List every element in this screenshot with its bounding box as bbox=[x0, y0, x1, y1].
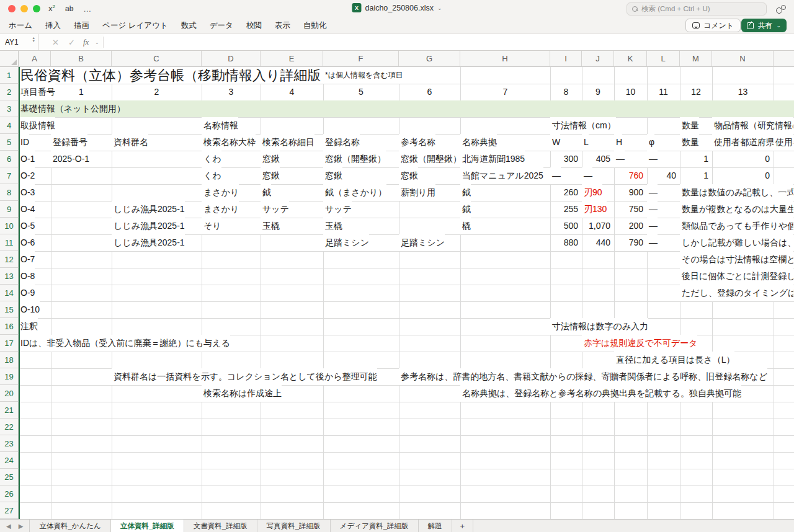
cell-I4[interactable]: 寸法情報（cm） bbox=[550, 117, 616, 134]
document-title[interactable]: X daicho_250806.xlsx ⌄ bbox=[352, 3, 442, 12]
cell-D20[interactable]: 検索名称は作成途上 bbox=[202, 385, 282, 402]
cell-A5[interactable]: ID bbox=[19, 134, 29, 151]
cell-A16[interactable]: 注釈 bbox=[19, 318, 38, 335]
cell-M14[interactable]: ただし、登録のタイミングは館の bbox=[680, 285, 793, 301]
formula-bar-chevron-icon[interactable]: ⌄ bbox=[95, 34, 99, 50]
cell-C5[interactable]: 資料群名 bbox=[112, 134, 148, 151]
cell-J11[interactable]: 440 bbox=[583, 234, 610, 251]
cell-A3[interactable]: 基礎情報（ネット公開用） bbox=[19, 100, 125, 117]
sheet-tab-写真資料_詳細版[interactable]: 写真資料_詳細版 bbox=[257, 520, 331, 532]
cell-C11[interactable]: しじみ漁具2025-1 bbox=[112, 234, 185, 251]
cell-H10[interactable]: 橇 bbox=[460, 218, 471, 234]
superscript-icon[interactable]: x2 bbox=[48, 4, 55, 13]
ribbon-tab-データ[interactable]: データ bbox=[210, 20, 233, 31]
grid-corner[interactable] bbox=[0, 51, 19, 67]
cell-F7[interactable]: 窓鍬 bbox=[323, 167, 342, 184]
name-box-stepper[interactable]: ▲▼ bbox=[32, 37, 35, 42]
row-header-26[interactable]: 26 bbox=[0, 485, 19, 502]
sheet-tab-解題[interactable]: 解題 bbox=[419, 520, 452, 532]
cell-I11[interactable]: 880 bbox=[551, 234, 578, 251]
cell-F11[interactable]: 足踏ミシン bbox=[323, 234, 369, 251]
cell-F6[interactable]: 窓鍬（開墾鍬） bbox=[323, 151, 386, 167]
cell-N6[interactable]: 0 bbox=[713, 151, 770, 167]
cell-F10[interactable]: 玉橇 bbox=[323, 218, 342, 234]
cell-H20[interactable]: 名称典拠は、登録名称と参考名称の典拠出典を記載する。独自典拠可能 bbox=[460, 385, 741, 402]
row-header-11[interactable]: 11 bbox=[0, 234, 19, 251]
col-header-D[interactable]: D bbox=[202, 51, 261, 67]
cell-A13[interactable]: O-8 bbox=[19, 268, 35, 285]
row-header-14[interactable]: 14 bbox=[0, 285, 19, 301]
cell-F1[interactable]: *は個人情報を含む項目 bbox=[323, 67, 403, 84]
cell-D5[interactable]: 検索名称大枠 bbox=[202, 134, 256, 151]
cell-H5[interactable]: 名称典拠 bbox=[460, 134, 497, 151]
col-header-E[interactable]: E bbox=[261, 51, 323, 67]
cell-L2[interactable]: 11 bbox=[647, 84, 680, 100]
cell-E8[interactable]: 鉞 bbox=[261, 184, 271, 201]
cell-J17[interactable]: 赤字は規則違反で不可データ bbox=[582, 335, 697, 352]
cell-M6[interactable]: 1 bbox=[681, 151, 708, 167]
col-header-N[interactable]: N bbox=[712, 51, 774, 67]
cell-M12[interactable]: その場合は寸法情報は空欄とし確 bbox=[680, 251, 793, 268]
col-header-M[interactable]: M bbox=[680, 51, 712, 67]
cell-J9[interactable]: 刃130 bbox=[582, 201, 607, 218]
cell-C10[interactable]: しじみ漁具2025-1 bbox=[112, 218, 185, 234]
row-header-21[interactable]: 21 bbox=[0, 402, 19, 419]
col-header-I[interactable]: I bbox=[550, 51, 582, 67]
cell-B5[interactable]: 登録番号 bbox=[51, 134, 87, 151]
cell-A15[interactable]: O-10 bbox=[19, 301, 40, 318]
cell-I8[interactable]: 260 bbox=[551, 184, 578, 201]
insert-function-icon[interactable]: fx bbox=[83, 34, 89, 50]
col-header-J[interactable]: J bbox=[582, 51, 614, 67]
col-header-K[interactable]: K bbox=[614, 51, 647, 67]
cell-F8[interactable]: 鉞（まさかり） bbox=[323, 184, 386, 201]
cell-M4[interactable]: 数量 bbox=[680, 117, 699, 134]
cell-N4[interactable]: 物品情報（研究情報の bbox=[712, 117, 793, 134]
row-header-6[interactable]: 6 bbox=[0, 151, 19, 167]
formula-input[interactable] bbox=[104, 34, 794, 50]
row-header-23[interactable]: 23 bbox=[0, 435, 19, 452]
cell-A9[interactable]: O-4 bbox=[19, 201, 35, 218]
row-header-10[interactable]: 10 bbox=[0, 218, 19, 234]
search-input[interactable]: 検索 (Cmd + Ctrl + U) bbox=[627, 2, 767, 16]
cell-F2[interactable]: 5 bbox=[323, 84, 399, 100]
cell-A6[interactable]: O-1 bbox=[19, 151, 35, 167]
ribbon-tab-校閲[interactable]: 校閲 bbox=[246, 20, 262, 31]
cell-J5[interactable]: L bbox=[582, 134, 589, 151]
sheet-tab-立体資料_かんたん[interactable]: 立体資料_かんたん bbox=[29, 520, 110, 532]
cell-E10[interactable]: 玉橇 bbox=[261, 218, 280, 234]
col-header-F[interactable]: F bbox=[323, 51, 399, 67]
cell-I9[interactable]: 255 bbox=[551, 201, 578, 218]
cell-I7[interactable]: — bbox=[550, 167, 561, 184]
cell-M7[interactable]: 1 bbox=[681, 167, 708, 184]
cell-A1[interactable]: 民俗資料（立体）参考台帳（移動情報入り詳細版 bbox=[19, 67, 323, 84]
row-header-4[interactable]: 4 bbox=[0, 117, 19, 134]
cell-N2[interactable]: 13 bbox=[712, 84, 774, 100]
cell-A11[interactable]: O-6 bbox=[19, 234, 35, 251]
row-header-5[interactable]: 5 bbox=[0, 134, 19, 151]
cell-D2[interactable]: 3 bbox=[202, 84, 261, 100]
row-header-19[interactable]: 19 bbox=[0, 368, 19, 385]
cell-K5[interactable]: H bbox=[614, 134, 622, 151]
ribbon-tab-表示[interactable]: 表示 bbox=[275, 20, 290, 31]
ribbon-tab-ホーム[interactable]: ホーム bbox=[9, 20, 32, 31]
row-header-12[interactable]: 12 bbox=[0, 251, 19, 268]
ribbon-tab-描画[interactable]: 描画 bbox=[74, 20, 89, 31]
cell-E5[interactable]: 検索名称細目 bbox=[261, 134, 314, 151]
sheet-tab-文書資料_詳細版[interactable]: 文書資料_詳細版 bbox=[184, 520, 257, 532]
cell-K10[interactable]: 200 bbox=[615, 218, 643, 234]
cell-A12[interactable]: O-7 bbox=[19, 251, 35, 268]
cell-L8[interactable]: — bbox=[647, 184, 658, 201]
sheet-tab-メディア資料_詳細版[interactable]: メディア資料_詳細版 bbox=[331, 520, 419, 532]
cell-J7[interactable]: — bbox=[582, 167, 592, 184]
col-header-H[interactable]: H bbox=[460, 51, 550, 67]
sheet-tab-立体資料_詳細版[interactable]: 立体資料_詳細版 bbox=[111, 520, 184, 532]
cell-I2[interactable]: 8 bbox=[550, 84, 582, 100]
spreadsheet-grid[interactable]: ABCDEFGHIJKLMN12345678910111213141516171… bbox=[0, 51, 794, 519]
cell-A7[interactable]: O-2 bbox=[19, 167, 35, 184]
cell-D4[interactable]: 名称情報 bbox=[202, 117, 238, 134]
cancel-entry-icon[interactable]: ✕ bbox=[52, 34, 59, 50]
col-header-A[interactable]: A bbox=[19, 51, 51, 67]
cell-M8[interactable]: 数量は数値のみ記載し、一式や bbox=[680, 184, 793, 201]
cell-E7[interactable]: 窓鍬 bbox=[261, 167, 280, 184]
cell-A2[interactable]: 項目番号 bbox=[19, 84, 55, 100]
